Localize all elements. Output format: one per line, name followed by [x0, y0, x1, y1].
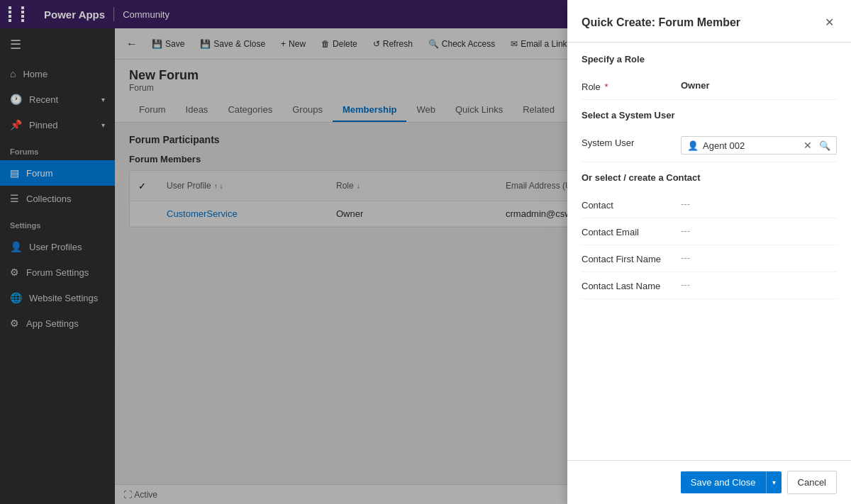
contact-field: Contact ---: [582, 191, 837, 218]
contact-email-label: Contact Email: [582, 225, 681, 237]
contact-email-value[interactable]: ---: [681, 225, 837, 236]
quick-create-body: Specify a Role Role * Owner Select a Sys…: [567, 43, 851, 460]
role-label: Role *: [582, 80, 681, 92]
contact-last-name-value[interactable]: ---: [681, 279, 837, 290]
contact-first-name-label: Contact First Name: [582, 252, 681, 264]
or-select-label: Or select / create a Contact: [582, 172, 837, 183]
required-indicator: *: [604, 82, 608, 92]
save-and-close-button-group[interactable]: Save and Close ▾: [681, 471, 782, 493]
role-field: Role * Owner: [582, 73, 837, 100]
contact-value[interactable]: ---: [681, 198, 837, 209]
role-value[interactable]: Owner: [681, 80, 837, 91]
select-user-label: Select a System User: [582, 110, 837, 121]
close-button[interactable]: ✕: [822, 13, 837, 32]
specify-role-label: Specify a Role: [582, 54, 837, 65]
system-user-input[interactable]: 👤 Agent 002 ✕ 🔍: [681, 136, 837, 155]
contact-last-name-field: Contact Last Name ---: [582, 272, 837, 299]
quick-create-panel: Quick Create: Forum Member ✕ Specify a R…: [567, 0, 851, 504]
contact-label: Contact: [582, 198, 681, 211]
search-icon[interactable]: 🔍: [819, 140, 830, 151]
overlay: Quick Create: Forum Member ✕ Specify a R…: [0, 0, 851, 504]
contact-email-field: Contact Email ---: [582, 218, 837, 245]
quick-create-title: Quick Create: Forum Member: [582, 16, 740, 29]
cancel-button[interactable]: Cancel: [787, 471, 837, 494]
system-user-value: Agent 002: [703, 140, 799, 151]
clear-user-button[interactable]: ✕: [803, 140, 812, 151]
quick-create-header: Quick Create: Forum Member ✕: [567, 0, 851, 43]
user-search-icon: 👤: [687, 140, 699, 151]
quick-create-footer: Save and Close ▾ Cancel: [567, 460, 851, 504]
contact-first-name-field: Contact First Name ---: [582, 245, 837, 272]
save-and-close-button[interactable]: Save and Close: [681, 471, 767, 493]
contact-first-name-value[interactable]: ---: [681, 252, 837, 263]
save-and-close-dropdown[interactable]: ▾: [767, 473, 782, 492]
system-user-field: System User 👤 Agent 002 ✕ 🔍: [582, 129, 837, 162]
system-user-label: System User: [582, 136, 681, 148]
contact-last-name-label: Contact Last Name: [582, 279, 681, 291]
